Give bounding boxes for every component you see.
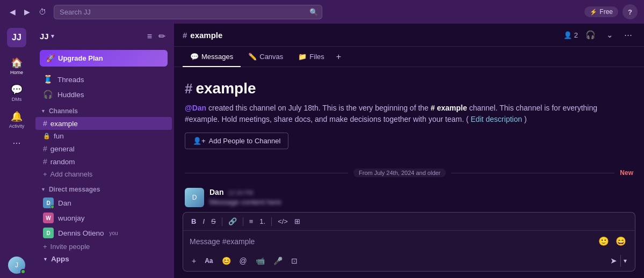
forward-button[interactable]: ▶ — [21, 5, 33, 18]
emoji-button-1[interactable]: 🙂 — [596, 235, 611, 247]
divider-line-right — [451, 173, 614, 173]
add-tab-button[interactable]: + — [332, 49, 345, 65]
dm-name-dan: Dan — [58, 199, 71, 207]
toolbar-sep-3 — [271, 217, 272, 226]
sidebar-item-activity[interactable]: 🔔 Activity — [3, 107, 31, 132]
home-label: Home — [10, 70, 23, 75]
search-icon: 🔍 — [309, 8, 318, 16]
upgrade-button[interactable]: 🚀 Upgrade Plan — [40, 50, 168, 67]
video-button[interactable]: 📹 — [252, 254, 268, 267]
tab-files[interactable]: 📁 Files — [291, 47, 331, 67]
back-button[interactable]: ◀ — [6, 5, 19, 18]
dm-item-wuonjay[interactable]: W wuonjay — [35, 210, 172, 225]
message-input-area: B I S 🔗 ≡ 1. </> ⊞ 🙂 😄 — [174, 212, 644, 278]
help-button[interactable]: ? — [623, 4, 638, 19]
direct-messages-section: ▼ Direct messages D Dan W wuonjay D Denn… — [33, 184, 174, 253]
more-options-button[interactable]: ⋯ — [621, 28, 635, 42]
channel-item-general[interactable]: # general — [35, 142, 172, 155]
channels-header-label: Channels — [49, 107, 78, 115]
huddles-icon: 🎧 — [43, 90, 53, 99]
hash-icon: # — [43, 157, 47, 166]
dm-item-dennis[interactable]: D Dennis Otieno you — [35, 225, 172, 240]
huddles-label: Huddles — [57, 91, 84, 99]
channel-intro-title: # example — [185, 80, 633, 97]
input-field-row: 🙂 😄 — [183, 231, 635, 252]
history-button[interactable]: ⏱ — [35, 5, 49, 18]
sidebar-item-home[interactable]: 🏠 Home — [3, 54, 31, 78]
bold-button[interactable]: B — [189, 216, 199, 227]
dm-name-dennis: Dennis Otieno — [58, 229, 104, 237]
sidebar-item-threads[interactable]: 🧵 Threads — [35, 72, 172, 87]
search-input[interactable] — [54, 5, 322, 19]
files-tab-icon: 📁 — [298, 53, 307, 61]
sidebar-actions: ≡ ✏ — [145, 29, 168, 43]
channel-item-fun[interactable]: 🔒 fun — [35, 130, 172, 142]
dm-arrow-icon: ▼ — [41, 187, 46, 192]
link-button[interactable]: 🔗 — [226, 216, 240, 227]
channels-arrow-icon: ▼ — [41, 108, 46, 114]
topbar: ◀ ▶ ⏱ 🔍 ⚡ Free ? — [0, 0, 644, 24]
divider-line-left — [185, 173, 348, 173]
filter-button[interactable]: ≡ — [145, 29, 154, 43]
add-attachment-button[interactable]: + — [189, 254, 199, 267]
send-button[interactable]: ➤ — [607, 254, 620, 268]
channel-item-random[interactable]: # random — [35, 155, 172, 168]
mention-dan: @Dan — [185, 104, 206, 112]
mention-button[interactable]: @ — [236, 254, 250, 267]
canvas-tab-label: Canvas — [259, 53, 283, 61]
search-bar: 🔍 — [54, 5, 322, 19]
canvas-tab-icon: ✏️ — [248, 53, 257, 61]
channels-header[interactable]: ▼ Channels — [33, 105, 174, 117]
dm-item-dan[interactable]: D Dan — [35, 195, 172, 210]
compose-button[interactable]: ✏ — [156, 29, 168, 43]
audio-button[interactable]: 🎤 — [270, 254, 286, 267]
input-emoji-buttons: 🙂 😄 — [596, 235, 628, 247]
header-caret-button[interactable]: ⌄ — [603, 28, 617, 42]
channel-item-example[interactable]: # example — [35, 117, 172, 130]
emoji-button-2[interactable]: 😄 — [613, 235, 628, 247]
bullet-list-button[interactable]: ≡ — [247, 216, 256, 227]
workspace-name[interactable]: JJ ▾ — [40, 32, 54, 41]
member-avatars[interactable]: 👤 2 — [563, 31, 578, 39]
free-badge[interactable]: ⚡ Free — [584, 6, 618, 17]
tab-messages[interactable]: 💬 Messages — [183, 47, 241, 67]
workspace-avatar[interactable]: JJ — [7, 28, 26, 47]
rocket-icon: 🚀 — [46, 54, 55, 62]
toolbar-sep-2 — [243, 217, 243, 226]
messages-tab-icon: 💬 — [190, 53, 199, 61]
sidebar-item-huddles[interactable]: 🎧 Huddles — [35, 87, 172, 102]
input-toolbar: B I S 🔗 ≡ 1. </> ⊞ — [183, 213, 635, 231]
huddle-button[interactable]: 🎧 — [582, 28, 599, 42]
user-avatar[interactable]: J — [8, 257, 25, 274]
numbered-list-button[interactable]: 1. — [257, 216, 268, 227]
sidebar-item-dms[interactable]: 💬 DMs — [3, 81, 31, 105]
message-input[interactable] — [190, 237, 596, 246]
dm-name-wuonjay: wuonjay — [58, 214, 85, 222]
add-people-button[interactable]: 👤+ Add People to Channel — [185, 133, 288, 149]
add-channels-item[interactable]: + Add channels — [35, 168, 172, 180]
format-text-button[interactable]: Aa — [201, 255, 216, 267]
more-button[interactable]: ··· — [9, 134, 24, 152]
new-badge: New — [620, 169, 633, 177]
tab-canvas[interactable]: ✏️ Canvas — [241, 47, 291, 67]
add-people-icon: 👤+ — [193, 137, 206, 145]
emoji-picker-button[interactable]: 😊 — [219, 254, 234, 267]
dm-header[interactable]: ▼ Direct messages — [33, 184, 174, 195]
message-body: Dan 12:34 PM Message content here — [209, 188, 633, 208]
channel-name-general: general — [50, 145, 75, 153]
italic-button[interactable]: I — [200, 216, 207, 227]
message-avatar: D — [185, 188, 204, 207]
channel-name-random: random — [50, 158, 75, 166]
edit-description-link[interactable]: Edit description — [471, 115, 522, 123]
channel-title: # example — [183, 31, 222, 40]
dm-icon: 💬 — [11, 84, 23, 96]
send-caret-button[interactable]: ▾ — [620, 255, 629, 267]
channel-intro: # example @Dan created this channel on J… — [185, 80, 633, 160]
code-button[interactable]: </> — [275, 216, 291, 227]
format-button[interactable]: ⊞ — [292, 216, 303, 227]
apps-section[interactable]: ▼ Apps — [35, 253, 172, 265]
invite-people-item[interactable]: + Invite people — [35, 240, 172, 253]
strikethrough-button[interactable]: S — [208, 216, 219, 227]
shortcut-button[interactable]: ⊡ — [288, 254, 301, 267]
input-box: B I S 🔗 ≡ 1. </> ⊞ 🙂 😄 — [183, 212, 635, 272]
